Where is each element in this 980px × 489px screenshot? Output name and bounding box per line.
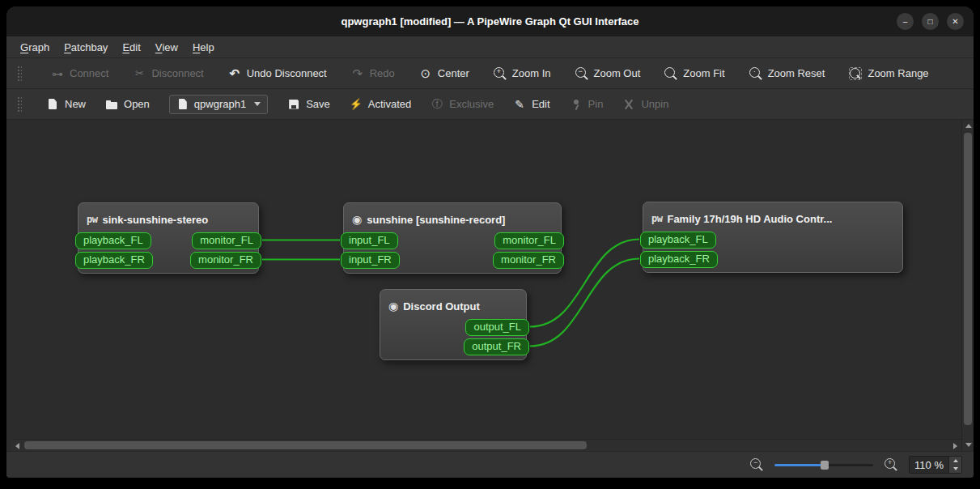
open-button[interactable]: Open — [105, 98, 150, 111]
pin-button[interactable]: Pin — [570, 98, 604, 111]
output-port[interactable]: monitor_FL — [494, 232, 564, 249]
edit-pencil-icon — [513, 98, 526, 111]
output-port[interactable]: output_FL — [465, 319, 529, 336]
node-title: ◉sunshine [sunshine-record] — [344, 203, 561, 229]
graph-canvas[interactable]: pwsink-sunshine-stereoplayback_FLplaybac… — [11, 120, 961, 439]
patchbay-combo[interactable]: qpwgraph1 — [169, 95, 268, 114]
connect-button[interactable]: Connect — [51, 67, 108, 80]
horizontal-scrollbar[interactable] — [11, 439, 961, 451]
zoom-spin-up-button[interactable] — [949, 457, 961, 465]
chevron-down-icon — [254, 102, 261, 106]
toolbar-button-label: Redo — [370, 67, 395, 79]
node-title: pwFamily 17h/19h HD Audio Contr... — [643, 202, 902, 228]
save-button[interactable]: Save — [287, 98, 330, 111]
toolbar-button-label: Open — [124, 98, 150, 110]
input-port[interactable]: playback_FR — [640, 251, 718, 268]
zoom-in-button[interactable]: Zoom In — [494, 67, 551, 80]
input-port[interactable]: input_FL — [341, 232, 398, 249]
media-icon: ◉ — [352, 213, 362, 226]
menu-edit[interactable]: Edit — [115, 36, 147, 57]
zoom-out-icon — [575, 67, 588, 80]
graph-node[interactable]: pwsink-sunshine-stereoplayback_FLplaybac… — [78, 202, 259, 274]
new-button[interactable]: New — [46, 98, 86, 111]
toolbar-grip[interactable] — [16, 96, 22, 113]
output-port[interactable]: monitor_FR — [190, 252, 261, 269]
zoom-fit-button[interactable]: Zoom Fit — [664, 67, 724, 80]
zoom-range-button[interactable]: Zoom Range — [849, 67, 928, 80]
maximize-button[interactable]: □ — [922, 13, 939, 30]
redo-button[interactable]: Redo — [351, 67, 395, 80]
menu-view[interactable]: View — [148, 36, 185, 57]
activated-button[interactable]: Activated — [350, 98, 411, 111]
zoom-range-icon — [849, 67, 862, 80]
statusbar: 110 % — [6, 451, 974, 478]
new-doc-icon — [176, 98, 189, 111]
graph-node[interactable]: pwFamily 17h/19h HD Audio Contr...playba… — [643, 202, 903, 273]
unpin-icon — [622, 98, 635, 111]
toolbar-button-label: Zoom In — [512, 67, 551, 79]
bolt-icon — [350, 98, 363, 111]
scroll-left-button[interactable] — [11, 440, 23, 452]
node-title: pwsink-sunshine-stereo — [78, 203, 258, 229]
zoom-out-button[interactable]: Zoom Out — [575, 67, 641, 80]
exclusive-button[interactable]: Exclusive — [431, 98, 494, 111]
menu-help[interactable]: Help — [185, 36, 222, 57]
zoom-out-icon[interactable] — [749, 457, 765, 472]
scroll-up-button[interactable] — [962, 120, 974, 132]
input-port[interactable]: input_FR — [341, 252, 400, 269]
toolbar-button-label: Zoom Fit — [683, 67, 724, 79]
output-port[interactable]: monitor_FL — [192, 232, 261, 249]
menubar: GraphPatchbayEditViewHelp — [6, 36, 974, 58]
minimize-button[interactable]: – — [897, 13, 914, 30]
toolbar-graph: ConnectDisconnectUndo DisconnectRedoCent… — [6, 58, 974, 89]
node-title-text: sunshine [sunshine-record] — [367, 214, 505, 226]
undo-icon — [228, 67, 241, 80]
toolbar-button-label: Disconnect — [151, 67, 203, 79]
undo-disconnect-button[interactable]: Undo Disconnect — [228, 67, 327, 80]
toolbar-button-label: Activated — [368, 98, 411, 110]
redo-icon — [351, 67, 364, 80]
horizontal-scroll-handle[interactable] — [24, 441, 587, 449]
disconnect-button[interactable]: Disconnect — [133, 67, 203, 80]
node-title-text: Discord Output — [403, 300, 480, 313]
menu-patchbay[interactable]: Patchbay — [57, 36, 115, 57]
scroll-right-button[interactable] — [949, 440, 961, 452]
zoom-spinbox: 110 % — [909, 456, 962, 474]
menu-graph[interactable]: Graph — [13, 36, 57, 57]
close-button[interactable]: ✕ — [947, 13, 964, 30]
output-port[interactable]: monitor_FR — [493, 252, 564, 269]
canvas-area: pwsink-sunshine-stereoplayback_FLplaybac… — [6, 120, 974, 451]
input-port[interactable]: playback_FL — [640, 232, 716, 249]
scroll-down-button[interactable] — [962, 439, 974, 451]
zoom-in-icon — [494, 67, 507, 80]
graph-node[interactable]: ◉Discord Outputoutput_FLoutput_FR — [380, 289, 527, 360]
vertical-scroll-handle[interactable] — [964, 133, 972, 425]
zoom-slider[interactable] — [774, 459, 873, 470]
zoom-spin-down-button[interactable] — [949, 465, 961, 473]
toolbar-button-label: Zoom Range — [868, 67, 928, 79]
save-icon — [287, 98, 300, 111]
slider-handle[interactable] — [821, 461, 829, 470]
toolbar-button-label: Save — [306, 98, 330, 110]
toolbar-button-label: Edit — [532, 98, 549, 110]
center-icon — [419, 67, 432, 80]
vertical-scrollbar[interactable] — [961, 120, 974, 451]
connect-icon — [51, 67, 64, 80]
zoom-in-icon[interactable] — [883, 457, 899, 472]
input-port[interactable]: playback_FL — [75, 232, 151, 249]
toolbar-button-label: New — [65, 98, 86, 110]
edit-button[interactable]: Edit — [513, 98, 549, 111]
center-button[interactable]: Center — [419, 67, 469, 80]
node-title-text: Family 17h/19h HD Audio Contr... — [667, 213, 832, 225]
zoom-value[interactable]: 110 % — [910, 457, 948, 473]
input-port[interactable]: playback_FR — [75, 252, 153, 269]
open-folder-icon — [105, 98, 118, 111]
toolbar-grip[interactable] — [16, 65, 22, 83]
zoom-reset-button[interactable]: Zoom Reset — [749, 67, 825, 80]
zoom-reset-icon — [749, 67, 762, 80]
exclusive-icon — [431, 98, 443, 111]
unpin-button[interactable]: Unpin — [622, 98, 668, 111]
output-port[interactable]: output_FR — [464, 338, 529, 355]
new-doc-icon — [46, 98, 59, 111]
graph-node[interactable]: ◉sunshine [sunshine-record]input_FLinput… — [343, 202, 562, 274]
